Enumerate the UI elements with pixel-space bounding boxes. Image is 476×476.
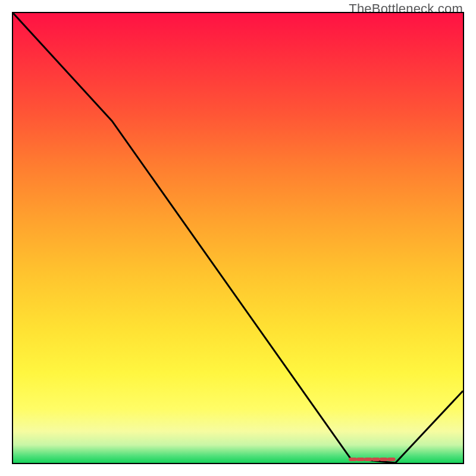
chart-svg — [13, 13, 463, 463]
chart-container: TheBottleneck.com — [0, 0, 476, 476]
bottleneck-curve — [13, 13, 463, 463]
plot-area — [12, 12, 464, 464]
